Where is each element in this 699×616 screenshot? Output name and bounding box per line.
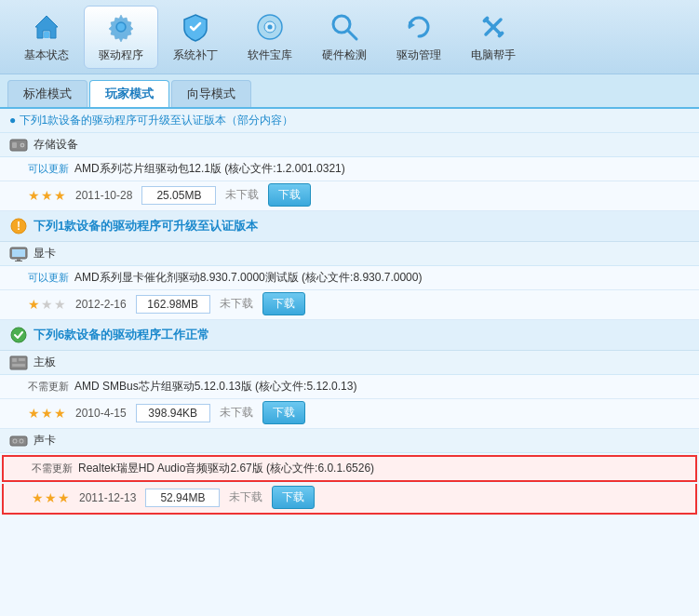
category-audio: 声卡 [0, 429, 699, 453]
tab-gamer[interactable]: 玩家模式 [89, 80, 169, 107]
driver-stars-smbus: ★ ★ ★ [28, 406, 66, 421]
driver-download-status-smbus: 未下载 [220, 405, 253, 421]
driver-row-amd-chipset: 可以更新 AMD系列芯片组驱动包12.1版 (核心文件:1.2.001.0321… [0, 157, 699, 181]
star-2: ★ [41, 297, 53, 312]
driver-row-amd-display: 可以更新 AMD系列显卡催化剂驱动8.930.7.0000测试版 (核心文件:8… [0, 266, 699, 290]
driver-date-display: 2012-2-16 [75, 298, 127, 311]
star-1: ★ [28, 297, 40, 312]
shield-icon [179, 10, 212, 44]
driver-name-smbus: AMD SMBus芯片组驱动5.12.0.13版 (核心文件:5.12.0.13… [74, 379, 690, 395]
download-button-amd-chipset[interactable]: 下载 [268, 183, 311, 207]
driver-status-no-update-realtek: 不需更新 [32, 462, 73, 475]
nav-patch-label: 系统补丁 [173, 47, 218, 63]
nav-software[interactable]: 软件宝库 [233, 6, 307, 69]
svg-rect-25 [12, 358, 17, 362]
partial-top-row: ● 下列1款设备的驱动程序可升级至认证版本（部分内容） [0, 109, 699, 133]
driver-meta-amd-chipset: ★ ★ ★ 2011-10-28 25.05MB 未下载 下载 [0, 181, 699, 211]
section-upgrade: ! 下列1款设备的驱动程序可升级至认证版本 [0, 211, 699, 242]
svg-rect-14 [12, 142, 17, 148]
home-icon [30, 10, 63, 44]
section-upgrade-label: 下列1款设备的驱动程序可升级至认证版本 [34, 218, 258, 234]
star-3: ★ [54, 406, 66, 421]
gear-icon [104, 10, 138, 44]
driver-row-realtek: 不需更新 Realtek瑞昱HD Audio音频驱动2.67版 (核心文件:6.… [2, 455, 697, 482]
category-storage: 存储设备 [0, 133, 699, 157]
nav-help[interactable]: 电脑帮手 [456, 6, 531, 69]
svg-point-32 [20, 439, 23, 442]
driver-stars-realtek: ★ ★ ★ [32, 490, 70, 505]
download-button-amd-display[interactable]: 下载 [262, 292, 305, 315]
svg-point-23 [11, 328, 26, 342]
svg-rect-0 [44, 32, 49, 38]
driver-meta-smbus: ★ ★ ★ 2010-4-15 398.94KB 未下载 下载 [0, 399, 699, 429]
star-1: ★ [28, 188, 40, 203]
download-button-smbus[interactable]: 下载 [262, 401, 305, 424]
info-circle-icon: ! [9, 217, 28, 235]
tabs-bar: 标准模式 玩家模式 向导模式 [0, 74, 699, 109]
driver-date-smbus: 2010-4-15 [75, 407, 127, 420]
search-icon [328, 10, 361, 44]
star-2: ★ [41, 406, 53, 421]
nav-help-label: 电脑帮手 [471, 47, 516, 63]
svg-rect-20 [12, 249, 25, 257]
tab-wizard[interactable]: 向导模式 [171, 80, 251, 107]
driver-download-status: 未下载 [225, 187, 259, 203]
category-motherboard-label: 主板 [34, 355, 56, 370]
tab-standard[interactable]: 标准模式 [7, 80, 87, 107]
svg-rect-21 [17, 259, 20, 261]
driver-name-amd-chipset: AMD系列芯片组驱动包12.1版 (核心文件:1.2.001.0321) [74, 161, 690, 177]
svg-text:!: ! [17, 220, 20, 233]
svg-rect-26 [19, 358, 25, 361]
star-3: ★ [54, 188, 66, 203]
category-display: 显卡 [0, 242, 699, 266]
star-2: ★ [45, 490, 57, 505]
svg-rect-27 [12, 364, 25, 367]
category-audio-label: 声卡 [34, 433, 56, 449]
star-1: ★ [28, 406, 40, 421]
display-icon [9, 247, 28, 261]
nav-home[interactable]: 基本状态 [9, 6, 84, 69]
audio-icon [9, 434, 28, 449]
nav-software-label: 软件宝库 [248, 47, 292, 63]
nav-manage[interactable]: 驱动管理 [382, 6, 456, 69]
svg-rect-22 [15, 261, 22, 261]
svg-point-2 [117, 23, 125, 31]
check-circle-icon [9, 326, 28, 344]
star-3: ★ [54, 297, 66, 312]
driver-name-realtek: Realtek瑞昱HD Audio音频驱动2.67版 (核心文件:6.0.1.6… [78, 461, 686, 476]
driver-size-box-realtek: 52.94MB [145, 489, 220, 507]
svg-point-16 [21, 144, 23, 146]
nav-hardware[interactable]: 硬件检测 [307, 6, 382, 69]
category-storage-label: 存储设备 [34, 137, 78, 153]
motherboard-icon [9, 355, 28, 370]
driver-row-smbus: 不需更新 AMD SMBus芯片组驱动5.12.0.13版 (核心文件:5.12… [0, 375, 699, 399]
download-button-realtek[interactable]: 下载 [272, 486, 315, 509]
driver-download-status-realtek: 未下载 [229, 489, 262, 505]
driver-status-can-update-display: 可以更新 [28, 271, 69, 285]
driver-stars-display: ★ ★ ★ [28, 297, 66, 312]
category-display-label: 显卡 [34, 246, 56, 261]
driver-size-box-smbus: 398.94KB [136, 404, 210, 422]
driver-name-amd-display: AMD系列显卡催化剂驱动8.930.7.0000测试版 (核心文件:8.930.… [74, 270, 690, 286]
driver-meta-amd-display: ★ ★ ★ 2012-2-16 162.98MB 未下载 下载 [0, 290, 699, 320]
top-navigation: 基本状态 驱动程序 系统补丁 软件 [0, 0, 699, 74]
driver-size-box: 25.05MB [141, 186, 216, 205]
section-working-label: 下列6款设备的驱动程序工作正常 [34, 327, 209, 343]
nav-home-label: 基本状态 [24, 47, 69, 63]
refresh-icon [402, 10, 436, 44]
section-working: 下列6款设备的驱动程序工作正常 [0, 320, 699, 351]
nav-driver[interactable]: 驱动程序 [84, 6, 158, 69]
driver-status-can-update: 可以更新 [28, 162, 69, 176]
driver-status-no-update-smbus: 不需更新 [28, 380, 69, 394]
driver-date: 2011-10-28 [75, 189, 132, 202]
main-content: ● 下列1款设备的驱动程序可升级至认证版本（部分内容） 存储设备 可以更新 AM… [0, 109, 699, 616]
disc-icon [253, 10, 287, 44]
driver-meta-realtek: ★ ★ ★ 2011-12-13 52.94MB 未下载 下载 [2, 484, 697, 515]
star-1: ★ [32, 490, 44, 505]
driver-date-realtek: 2011-12-13 [79, 491, 136, 504]
star-2: ★ [41, 188, 53, 203]
nav-manage-label: 驱动管理 [397, 47, 441, 63]
driver-stars: ★ ★ ★ [28, 188, 66, 203]
storage-icon [9, 138, 28, 153]
nav-patch[interactable]: 系统补丁 [158, 6, 233, 69]
